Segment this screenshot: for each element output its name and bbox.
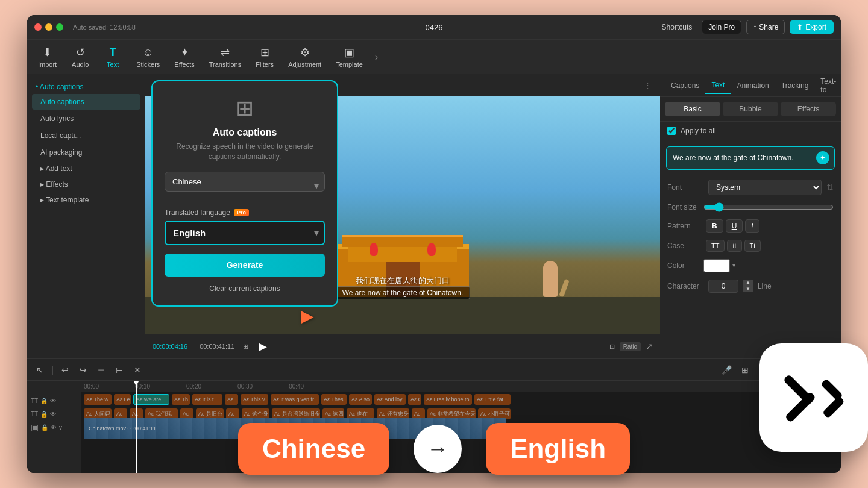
color-chevron-icon[interactable]: ▾: [732, 262, 735, 269]
translate-select-wrapper[interactable]: English Chinese Japanese: [165, 221, 325, 245]
select-tool[interactable]: ↖: [33, 364, 46, 376]
delete-button[interactable]: ✕: [131, 364, 144, 376]
eye-icon-2[interactable]: 👁: [50, 411, 56, 418]
toolbar-text[interactable]: T Text: [98, 44, 128, 70]
app-logo-icon: [778, 368, 850, 428]
clip-en-3[interactable]: Aε We are: [133, 394, 169, 405]
close-button[interactable]: [34, 23, 42, 31]
traffic-lights: [34, 23, 63, 31]
clip-en-1[interactable]: Aε The w: [84, 394, 112, 405]
timeline-ruler: 00:00 00:10 00:20 00:30 00:40: [81, 381, 841, 392]
redo-button[interactable]: ↪: [77, 364, 90, 376]
language-select-wrapper[interactable]: Chinese English Japanese: [165, 172, 325, 200]
clip-en-9[interactable]: Aε Thes: [321, 394, 347, 405]
clip-en-4[interactable]: Aε Th: [172, 394, 190, 405]
language-select[interactable]: Chinese English Japanese: [165, 172, 325, 192]
split-right-button[interactable]: ⊢: [113, 364, 126, 376]
playhead[interactable]: [136, 381, 137, 473]
character-decrement[interactable]: ▼: [743, 286, 753, 292]
tab-animation[interactable]: Animation: [731, 78, 775, 93]
player-controls: 00:00:04:16 00:00:41:11 ⊞ ▶ ⊡ Ratio ⤢: [145, 334, 660, 358]
character-input[interactable]: [708, 280, 738, 293]
audio-icon: ↺: [76, 46, 85, 59]
split-button[interactable]: ⊣: [95, 364, 108, 376]
lock-icon[interactable]: 🔒: [40, 398, 48, 404]
clip-en-14[interactable]: Aε Little fat: [474, 394, 511, 405]
case-uppercase-button[interactable]: TT: [706, 240, 725, 252]
generate-button[interactable]: Generate: [165, 254, 325, 277]
lock-icon-3[interactable]: 🔒: [41, 424, 48, 431]
character-increment[interactable]: ▲: [743, 280, 753, 286]
case-lowercase-button[interactable]: tt: [727, 240, 741, 252]
toolbar-adjustment[interactable]: ⚙ Adjustment: [282, 43, 327, 70]
font-size-slider[interactable]: [703, 202, 834, 212]
play-button[interactable]: ▶: [254, 338, 271, 355]
sidebar-item-auto-captions[interactable]: Auto captions: [32, 94, 140, 110]
toolbar-import[interactable]: ⬇ Import: [32, 43, 63, 70]
timeline-track-area[interactable]: 00:00 00:10 00:20 00:30 00:40 Aε The w A…: [81, 381, 841, 473]
effects-icon: ✦: [180, 46, 189, 59]
underline-button[interactable]: U: [726, 219, 743, 233]
toolbar-more-button[interactable]: ›: [371, 49, 382, 65]
font-select[interactable]: System: [708, 180, 822, 195]
minimize-button[interactable]: [45, 23, 52, 31]
tab-captions[interactable]: Captions: [665, 78, 705, 93]
case-titlecase-button[interactable]: Tt: [744, 240, 761, 252]
mic-button[interactable]: 🎤: [719, 364, 735, 376]
bold-button[interactable]: B: [706, 219, 723, 233]
style-tab-bubble[interactable]: Bubble: [723, 102, 778, 116]
zoom-in-button[interactable]: ⊞: [738, 364, 752, 376]
tab-tracking[interactable]: Tracking: [775, 78, 815, 93]
clip-en-10[interactable]: Aε Also: [349, 394, 372, 405]
text-preview-box[interactable]: We are now at the gate of Chinatown. ✦: [666, 146, 835, 170]
tab-text[interactable]: Text: [705, 77, 731, 94]
player-menu-icon[interactable]: ⋮: [644, 81, 652, 90]
clip-en-13[interactable]: Aε I really hope to: [424, 394, 472, 405]
toolbar-filters[interactable]: ⊞ Filters: [250, 43, 280, 70]
export-button[interactable]: ⬆ Export: [790, 20, 834, 34]
sidebar-item-text-template[interactable]: ▸ Text template: [32, 193, 140, 207]
clip-en-6[interactable]: Aε: [225, 394, 238, 405]
italic-button[interactable]: I: [745, 219, 759, 233]
clip-en-12[interactable]: Aε C: [408, 394, 421, 405]
share-button[interactable]: ↑ Share: [746, 20, 785, 34]
lock-icon-2[interactable]: 🔒: [40, 411, 48, 418]
clip-en-7[interactable]: Aε This v: [241, 394, 268, 405]
style-tab-effects[interactable]: Effects: [781, 102, 836, 116]
ai-icon[interactable]: ✦: [816, 151, 829, 164]
tab-text-to[interactable]: Text-to: [814, 74, 841, 98]
apply-all-checkbox[interactable]: [667, 127, 676, 135]
clip-en-8[interactable]: Aε It was given fr: [271, 394, 319, 405]
toolbar-transitions[interactable]: ⇌ Transitions: [203, 43, 247, 70]
join-pro-button[interactable]: Join Pro: [702, 20, 741, 34]
eye-icon[interactable]: 👁: [50, 398, 56, 404]
camera-icon[interactable]: ⊡: [609, 343, 615, 351]
clip-en-11[interactable]: Aε And loy: [374, 394, 406, 405]
text-preview-content: We are now at the gate of Chinatown.: [673, 153, 828, 163]
color-swatch[interactable]: [703, 259, 730, 272]
shortcuts-button[interactable]: Shortcuts: [657, 20, 697, 34]
sidebar-section-auto-captions: • Auto captions: [27, 80, 145, 93]
clip-en-5[interactable]: Aε It is t: [192, 394, 222, 405]
sidebar-item-add-text[interactable]: ▸ Add text: [32, 161, 140, 176]
toolbar-effects[interactable]: ✦ Effects: [168, 43, 200, 70]
sidebar-item-auto-lyrics[interactable]: Auto lyrics: [32, 111, 140, 127]
fullscreen-icon[interactable]: ⤢: [646, 342, 653, 351]
toolbar-stickers[interactable]: ☺ Stickers: [130, 44, 166, 70]
undo-button[interactable]: ↩: [58, 364, 72, 376]
clip-en-2[interactable]: Aε Le: [114, 394, 131, 405]
left-sidebar: • Auto captions Auto captions Auto lyric…: [27, 74, 145, 358]
toolbar-template[interactable]: ▣ Template: [330, 43, 369, 70]
style-tab-basic[interactable]: Basic: [665, 102, 720, 116]
clear-captions-button[interactable]: Clear current captions: [165, 284, 325, 293]
maximize-button[interactable]: [56, 23, 63, 31]
eye-icon-3[interactable]: 👁: [51, 424, 57, 431]
sidebar-item-local-captions[interactable]: Local capti...: [32, 128, 140, 143]
ratio-button[interactable]: Ratio: [620, 342, 641, 351]
translate-select[interactable]: English Chinese Japanese: [165, 221, 325, 245]
total-time: 00:00:41:11: [200, 343, 234, 350]
video-clip[interactable]: Chinatown.mov 00:00:41:11: [84, 418, 506, 439]
sidebar-item-ai-packaging[interactable]: AI packaging: [32, 145, 140, 160]
toolbar-audio[interactable]: ↺ Audio: [65, 43, 95, 70]
sidebar-item-effects[interactable]: ▸ Effects: [32, 177, 140, 192]
